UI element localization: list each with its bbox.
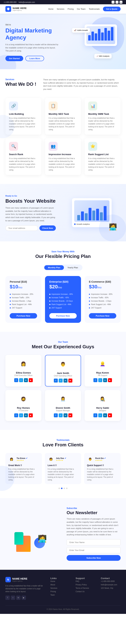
footer-link-services[interactable]: Services bbox=[50, 586, 70, 590]
facebook-icon[interactable]: f bbox=[54, 413, 58, 417]
testimonial-header-joly: 🧑 Joly Dee ✔ ★★★★★ bbox=[48, 456, 79, 462]
footer-support-faq[interactable]: FAQ bbox=[76, 580, 95, 583]
linkedin-icon[interactable]: in bbox=[24, 413, 28, 417]
testimonials-title: Love From Clients bbox=[6, 442, 120, 448]
facebook-icon[interactable]: f bbox=[93, 413, 97, 417]
pricing-feature: Impression Increase - 60% bbox=[89, 292, 116, 296]
testimonial-text-joly: It is a long established fact that a rea… bbox=[48, 468, 79, 481]
facebook-icon[interactable]: f bbox=[93, 378, 97, 382]
youtube-icon[interactable]: ▶ bbox=[108, 378, 112, 382]
pricing-feature: Increase Brands - 15 Days bbox=[49, 299, 77, 303]
linkedin-icon[interactable]: in bbox=[103, 378, 107, 382]
testimonial-dot[interactable] bbox=[64, 488, 65, 489]
service-title-link-building: Link Building bbox=[9, 112, 38, 115]
newsletter-illustration: 🧑‍💻 bbox=[6, 516, 59, 552]
footer-link-pricing[interactable]: Pricing bbox=[50, 590, 70, 593]
pricing-card-enterprise: Enterprise ($20) $20/mo Impression Incre… bbox=[45, 276, 81, 323]
team-socials-riya: f t in ▶ bbox=[88, 378, 117, 382]
hero-get-started-button[interactable]: Get Started bbox=[6, 56, 23, 61]
pricing-cta-personal[interactable]: Purchase Now bbox=[10, 313, 37, 318]
hero-learn-more-button[interactable]: Learn More bbox=[25, 56, 44, 61]
nav-logo: NAME HERE Digital Agency bbox=[6, 6, 27, 12]
illustration-person: 🧑‍💻 bbox=[38, 534, 47, 543]
linkedin-icon[interactable]: in bbox=[119, 1, 122, 4]
footer-links-col: Links Home About Services Pricing Team bbox=[50, 577, 70, 600]
footer-link-team[interactable]: Team bbox=[50, 593, 70, 597]
testimonial-title-tia: Great Work !! bbox=[8, 464, 39, 467]
team-avatar-herry: 👩‍🎨 bbox=[97, 394, 108, 404]
footer-support-col: Support FAQ Privacy Policy Terms of Serv… bbox=[76, 577, 95, 600]
youtube-icon[interactable]: ▶ bbox=[29, 378, 33, 382]
top-bar-phone: +1-000-000-000 bbox=[4, 1, 16, 3]
youtube-icon[interactable]: ▶ bbox=[108, 413, 112, 417]
testimonial-dot[interactable] bbox=[66, 488, 68, 489]
navbar: NAME HERE Digital Agency Home Services P… bbox=[0, 4, 126, 14]
footer-twitter-icon[interactable]: t bbox=[11, 596, 15, 600]
linkedin-icon[interactable]: in bbox=[64, 378, 68, 382]
nav-cta-button[interactable]: Get a Quote bbox=[103, 7, 120, 11]
team-title: Meet Our Experienced Guys bbox=[6, 344, 120, 350]
twitter-icon[interactable]: t bbox=[59, 378, 63, 382]
facebook-icon[interactable]: f bbox=[14, 413, 18, 417]
pricing-monthly-toggle[interactable]: Monthly Plan bbox=[44, 265, 64, 270]
twitter-icon[interactable]: t bbox=[115, 1, 118, 4]
testimonials-header: Testimonials Love From Clients bbox=[6, 439, 120, 448]
twitter-icon[interactable]: t bbox=[98, 413, 102, 417]
twitter-icon[interactable]: t bbox=[19, 413, 23, 417]
pricing-price-enterprise: $20/mo bbox=[49, 284, 77, 290]
nav-links: Home Services Pricing Our Team Testimoni… bbox=[48, 7, 120, 11]
testimonial-dot-active[interactable] bbox=[61, 488, 62, 489]
boost-email-input[interactable] bbox=[6, 226, 38, 231]
twitter-icon[interactable]: t bbox=[19, 378, 23, 382]
testimonial-rating-rock: ★★★★★ bbox=[95, 460, 106, 461]
testimonial-name-rock: Rock Em ✔ bbox=[95, 457, 106, 460]
facebook-icon[interactable]: f bbox=[112, 1, 114, 4]
youtube-icon[interactable]: ▶ bbox=[69, 413, 72, 417]
linkedin-icon[interactable]: in bbox=[64, 413, 68, 417]
footer-youtube-icon[interactable]: ▶ bbox=[22, 596, 26, 600]
facebook-icon[interactable]: f bbox=[14, 378, 18, 382]
footer-linkedin-icon[interactable]: in bbox=[16, 596, 21, 600]
boost-section: Ready to Go Boosts Your Website There ar… bbox=[0, 184, 126, 242]
nav-home[interactable]: Home bbox=[48, 8, 53, 10]
nav-services[interactable]: Services bbox=[57, 8, 64, 10]
footer-support-contact[interactable]: Contact Us bbox=[76, 590, 95, 593]
footer-link-home[interactable]: Home bbox=[50, 580, 70, 583]
twitter-icon[interactable]: t bbox=[98, 378, 102, 382]
pricing-cta-ecommerce[interactable]: Purchase Now bbox=[89, 313, 116, 318]
pricing-feature: Increase Traffic - 20% bbox=[10, 296, 37, 299]
youtube-icon[interactable]: ▶ bbox=[29, 413, 33, 417]
service-card-search-rank: 🔍 Search Rank It is a long established f… bbox=[6, 138, 41, 175]
footer-link-about[interactable]: About bbox=[50, 583, 70, 586]
pricing-yearly-toggle[interactable]: Yearly Plan bbox=[64, 265, 82, 270]
pricing-feature: Increase Traffic - 40% bbox=[49, 296, 77, 299]
newsletter-subscribe-button[interactable]: Subscribe Now bbox=[67, 555, 120, 561]
facebook-icon[interactable]: f bbox=[54, 378, 58, 382]
team-name-etonni: Etonni Smith bbox=[49, 406, 77, 409]
youtube-icon[interactable]: ▶ bbox=[69, 378, 72, 382]
pricing-cta-enterprise[interactable]: Purchase Now bbox=[49, 313, 77, 318]
chart-bar bbox=[101, 32, 104, 40]
pricing-toggle: Monthly Plan Yearly Plan bbox=[44, 264, 82, 270]
twitter-icon[interactable]: t bbox=[59, 413, 63, 417]
linkedin-icon[interactable]: in bbox=[24, 378, 28, 382]
pricing-title: Our Flexible Pricing Plan bbox=[6, 254, 120, 259]
footer-support-privacy[interactable]: Privacy Policy bbox=[76, 583, 95, 586]
newsletter-name-input[interactable] bbox=[67, 539, 120, 545]
linkedin-icon[interactable]: in bbox=[103, 413, 107, 417]
newsletter-content: Subscribe Our Newsletter There are many … bbox=[67, 507, 120, 561]
nav-pricing[interactable]: Pricing bbox=[68, 8, 74, 10]
testimonial-avatar-tia: 👩 bbox=[8, 456, 15, 462]
footer-support-terms[interactable]: Terms of Service bbox=[76, 586, 95, 590]
services-header: Services What We DO ! There are many var… bbox=[6, 78, 120, 91]
nav-testimonials[interactable]: Testimonials bbox=[89, 8, 100, 10]
boost-check-button[interactable]: Check Now bbox=[39, 226, 56, 231]
footer-facebook-icon[interactable]: f bbox=[6, 596, 10, 600]
top-bar-left: +1-000-000-000 hello@example.com bbox=[4, 1, 35, 3]
newsletter-email-input[interactable] bbox=[67, 547, 120, 553]
testimonials-tag: Testimonials bbox=[6, 439, 120, 441]
testimonial-dot[interactable] bbox=[58, 488, 60, 489]
nav-team[interactable]: Our Team bbox=[77, 8, 86, 10]
team-card-herry: 👩‍🎨 Herry Sakki Designer f t in ▶ bbox=[85, 390, 120, 421]
team-card-jack: 👨 Jack Smith Chief Operating Officer f t… bbox=[45, 355, 81, 386]
